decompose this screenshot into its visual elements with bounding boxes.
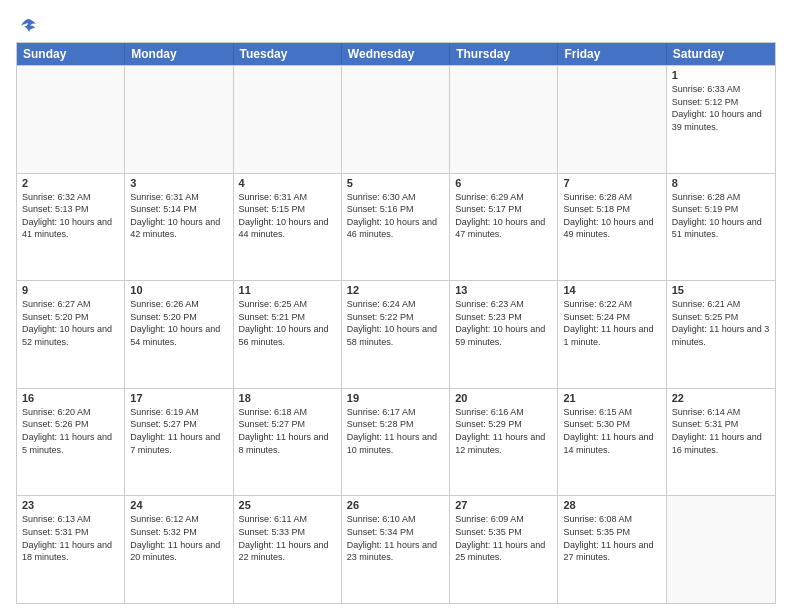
- day-info: Sunrise: 6:32 AM Sunset: 5:13 PM Dayligh…: [22, 191, 119, 241]
- calendar-cell: 18Sunrise: 6:18 AM Sunset: 5:27 PM Dayli…: [234, 389, 342, 496]
- day-number: 10: [130, 284, 227, 296]
- weekday-header: Saturday: [667, 43, 775, 65]
- weekday-header: Sunday: [17, 43, 125, 65]
- weekday-header: Monday: [125, 43, 233, 65]
- day-info: Sunrise: 6:19 AM Sunset: 5:27 PM Dayligh…: [130, 406, 227, 456]
- calendar-cell: 8Sunrise: 6:28 AM Sunset: 5:19 PM Daylig…: [667, 174, 775, 281]
- logo: [16, 16, 38, 36]
- day-number: 16: [22, 392, 119, 404]
- day-info: Sunrise: 6:30 AM Sunset: 5:16 PM Dayligh…: [347, 191, 444, 241]
- day-number: 5: [347, 177, 444, 189]
- day-info: Sunrise: 6:18 AM Sunset: 5:27 PM Dayligh…: [239, 406, 336, 456]
- weekday-header: Tuesday: [234, 43, 342, 65]
- day-info: Sunrise: 6:15 AM Sunset: 5:30 PM Dayligh…: [563, 406, 660, 456]
- calendar-cell: [234, 66, 342, 173]
- calendar-header: SundayMondayTuesdayWednesdayThursdayFrid…: [17, 43, 775, 65]
- weekday-header: Wednesday: [342, 43, 450, 65]
- calendar-cell: 22Sunrise: 6:14 AM Sunset: 5:31 PM Dayli…: [667, 389, 775, 496]
- calendar-cell: [342, 66, 450, 173]
- logo-bird-icon: [18, 16, 38, 36]
- calendar-cell: 15Sunrise: 6:21 AM Sunset: 5:25 PM Dayli…: [667, 281, 775, 388]
- calendar-cell: [667, 496, 775, 603]
- calendar-cell: [450, 66, 558, 173]
- day-number: 28: [563, 499, 660, 511]
- day-info: Sunrise: 6:22 AM Sunset: 5:24 PM Dayligh…: [563, 298, 660, 348]
- calendar-cell: 21Sunrise: 6:15 AM Sunset: 5:30 PM Dayli…: [558, 389, 666, 496]
- day-number: 21: [563, 392, 660, 404]
- calendar-cell: 28Sunrise: 6:08 AM Sunset: 5:35 PM Dayli…: [558, 496, 666, 603]
- day-number: 27: [455, 499, 552, 511]
- calendar-cell: 9Sunrise: 6:27 AM Sunset: 5:20 PM Daylig…: [17, 281, 125, 388]
- day-number: 25: [239, 499, 336, 511]
- day-info: Sunrise: 6:31 AM Sunset: 5:14 PM Dayligh…: [130, 191, 227, 241]
- day-info: Sunrise: 6:13 AM Sunset: 5:31 PM Dayligh…: [22, 513, 119, 563]
- day-number: 26: [347, 499, 444, 511]
- calendar-row: 1Sunrise: 6:33 AM Sunset: 5:12 PM Daylig…: [17, 65, 775, 173]
- day-number: 13: [455, 284, 552, 296]
- calendar-row: 16Sunrise: 6:20 AM Sunset: 5:26 PM Dayli…: [17, 388, 775, 496]
- calendar-cell: 4Sunrise: 6:31 AM Sunset: 5:15 PM Daylig…: [234, 174, 342, 281]
- day-info: Sunrise: 6:17 AM Sunset: 5:28 PM Dayligh…: [347, 406, 444, 456]
- calendar-row: 9Sunrise: 6:27 AM Sunset: 5:20 PM Daylig…: [17, 280, 775, 388]
- calendar-cell: 23Sunrise: 6:13 AM Sunset: 5:31 PM Dayli…: [17, 496, 125, 603]
- calendar-cell: [558, 66, 666, 173]
- day-number: 3: [130, 177, 227, 189]
- calendar-cell: 17Sunrise: 6:19 AM Sunset: 5:27 PM Dayli…: [125, 389, 233, 496]
- calendar-cell: 11Sunrise: 6:25 AM Sunset: 5:21 PM Dayli…: [234, 281, 342, 388]
- calendar-cell: 10Sunrise: 6:26 AM Sunset: 5:20 PM Dayli…: [125, 281, 233, 388]
- day-info: Sunrise: 6:33 AM Sunset: 5:12 PM Dayligh…: [672, 83, 770, 133]
- calendar-body: 1Sunrise: 6:33 AM Sunset: 5:12 PM Daylig…: [17, 65, 775, 603]
- calendar-cell: 3Sunrise: 6:31 AM Sunset: 5:14 PM Daylig…: [125, 174, 233, 281]
- calendar-cell: 25Sunrise: 6:11 AM Sunset: 5:33 PM Dayli…: [234, 496, 342, 603]
- calendar-cell: 1Sunrise: 6:33 AM Sunset: 5:12 PM Daylig…: [667, 66, 775, 173]
- day-number: 1: [672, 69, 770, 81]
- calendar-cell: [125, 66, 233, 173]
- day-number: 8: [672, 177, 770, 189]
- day-number: 6: [455, 177, 552, 189]
- day-info: Sunrise: 6:31 AM Sunset: 5:15 PM Dayligh…: [239, 191, 336, 241]
- day-number: 20: [455, 392, 552, 404]
- calendar-cell: 24Sunrise: 6:12 AM Sunset: 5:32 PM Dayli…: [125, 496, 233, 603]
- day-info: Sunrise: 6:16 AM Sunset: 5:29 PM Dayligh…: [455, 406, 552, 456]
- calendar-cell: 13Sunrise: 6:23 AM Sunset: 5:23 PM Dayli…: [450, 281, 558, 388]
- calendar-cell: 6Sunrise: 6:29 AM Sunset: 5:17 PM Daylig…: [450, 174, 558, 281]
- day-number: 22: [672, 392, 770, 404]
- calendar-cell: 16Sunrise: 6:20 AM Sunset: 5:26 PM Dayli…: [17, 389, 125, 496]
- day-info: Sunrise: 6:24 AM Sunset: 5:22 PM Dayligh…: [347, 298, 444, 348]
- day-info: Sunrise: 6:26 AM Sunset: 5:20 PM Dayligh…: [130, 298, 227, 348]
- day-number: 11: [239, 284, 336, 296]
- calendar-cell: [17, 66, 125, 173]
- day-number: 14: [563, 284, 660, 296]
- day-number: 2: [22, 177, 119, 189]
- calendar-cell: 20Sunrise: 6:16 AM Sunset: 5:29 PM Dayli…: [450, 389, 558, 496]
- day-number: 7: [563, 177, 660, 189]
- day-number: 19: [347, 392, 444, 404]
- day-number: 4: [239, 177, 336, 189]
- calendar-cell: 26Sunrise: 6:10 AM Sunset: 5:34 PM Dayli…: [342, 496, 450, 603]
- calendar-cell: 5Sunrise: 6:30 AM Sunset: 5:16 PM Daylig…: [342, 174, 450, 281]
- day-info: Sunrise: 6:27 AM Sunset: 5:20 PM Dayligh…: [22, 298, 119, 348]
- day-info: Sunrise: 6:21 AM Sunset: 5:25 PM Dayligh…: [672, 298, 770, 348]
- weekday-header: Thursday: [450, 43, 558, 65]
- day-info: Sunrise: 6:10 AM Sunset: 5:34 PM Dayligh…: [347, 513, 444, 563]
- day-info: Sunrise: 6:20 AM Sunset: 5:26 PM Dayligh…: [22, 406, 119, 456]
- calendar: SundayMondayTuesdayWednesdayThursdayFrid…: [16, 42, 776, 604]
- calendar-cell: 14Sunrise: 6:22 AM Sunset: 5:24 PM Dayli…: [558, 281, 666, 388]
- day-number: 24: [130, 499, 227, 511]
- day-info: Sunrise: 6:29 AM Sunset: 5:17 PM Dayligh…: [455, 191, 552, 241]
- day-number: 15: [672, 284, 770, 296]
- day-info: Sunrise: 6:25 AM Sunset: 5:21 PM Dayligh…: [239, 298, 336, 348]
- weekday-header: Friday: [558, 43, 666, 65]
- day-info: Sunrise: 6:14 AM Sunset: 5:31 PM Dayligh…: [672, 406, 770, 456]
- day-info: Sunrise: 6:28 AM Sunset: 5:19 PM Dayligh…: [672, 191, 770, 241]
- calendar-cell: 27Sunrise: 6:09 AM Sunset: 5:35 PM Dayli…: [450, 496, 558, 603]
- calendar-cell: 7Sunrise: 6:28 AM Sunset: 5:18 PM Daylig…: [558, 174, 666, 281]
- calendar-cell: 2Sunrise: 6:32 AM Sunset: 5:13 PM Daylig…: [17, 174, 125, 281]
- header: [16, 16, 776, 36]
- day-number: 9: [22, 284, 119, 296]
- page: SundayMondayTuesdayWednesdayThursdayFrid…: [0, 0, 792, 612]
- calendar-row: 23Sunrise: 6:13 AM Sunset: 5:31 PM Dayli…: [17, 495, 775, 603]
- day-number: 18: [239, 392, 336, 404]
- day-number: 23: [22, 499, 119, 511]
- calendar-cell: 12Sunrise: 6:24 AM Sunset: 5:22 PM Dayli…: [342, 281, 450, 388]
